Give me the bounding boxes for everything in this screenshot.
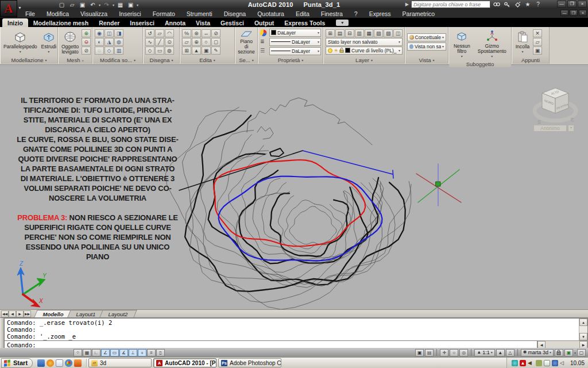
tool-icon[interactable]: ◍ [114,38,123,46]
menu-visualizza[interactable]: Visualizza [75,10,113,17]
contour-minor[interactable] [262,191,351,260]
app-shortcut-icon[interactable] [74,359,82,367]
tab-first-icon[interactable]: ◀◀ [1,310,9,317]
panel-title-vista[interactable]: Vista▾ [405,56,448,64]
show-desktop-icon[interactable] [37,359,45,367]
menu-parametrico[interactable]: Parametrico [397,10,441,17]
erase-tool-icon[interactable]: % [182,29,191,37]
lwt-toggle[interactable]: ≡ [147,349,156,356]
viewcube-cube[interactable]: ALTO NORD DESTRA [542,88,568,113]
command-history[interactable]: Comando: _.erase trovato(i) 2 Comando: C… [4,318,588,340]
menu-edita[interactable]: Edita [290,10,315,17]
communication-center-icon[interactable] [513,1,521,8]
panel-title-layer[interactable]: Layer▾ [324,56,404,64]
copy-clip-icon[interactable]: ▱ [533,38,542,46]
layer-thaw-sun-icon[interactable]: ☀ [334,48,338,53]
panel-title-edita[interactable]: Edita▾ [180,56,234,64]
array-tool-icon[interactable]: ⊞ [182,47,191,55]
layer-on-bulb-icon[interactable] [328,48,332,53]
snap-toggle[interactable]: ⁘ [74,349,82,356]
compass-south-label[interactable]: S [537,119,541,125]
annotation-auto-icon[interactable]: △ [506,349,514,356]
section-line-tick[interactable] [393,170,393,178]
grid-toggle[interactable]: ▦ [83,349,91,356]
layout-button[interactable]: ▤ [425,349,434,356]
layer-unlock-icon[interactable]: ◫ [393,29,403,37]
ortho-toggle[interactable]: ∟ [92,349,100,356]
menu-disegna[interactable]: Disegna [218,10,252,17]
tab-modello[interactable]: Modello [34,310,72,317]
menu-help[interactable]: ? [349,10,363,17]
mesh-remove-icon[interactable]: ⊖ [82,38,91,46]
annotation-scale-dropdown[interactable]: ▲ 1:1 ▾ [474,349,494,356]
search-binoculars-icon[interactable] [493,1,501,8]
tool-icon[interactable]: ◮ [105,38,114,46]
polygon-tool-icon[interactable]: ◇ [145,47,154,55]
performance-icon[interactable]: ▣ [564,349,573,356]
panel-title-modellazione[interactable]: Modellazione▾ [1,56,57,64]
view-name-label[interactable]: Anonimo [533,125,567,132]
tab-gestisci[interactable]: Gestisci [215,18,249,27]
lineweight-dropdown[interactable]: DaLayer ▾ [269,38,321,46]
gizmo-button[interactable]: Gizmo Spostamento ▾ [475,28,509,60]
taskbar-item-3d[interactable]: ▱ 3d [88,358,152,367]
tab-render[interactable]: Render [94,18,125,27]
section-plane-button[interactable]: Piano di sezione [237,28,256,55]
close-button[interactable]: × [578,1,587,7]
revision-tool-icon[interactable]: ▱ [155,29,164,37]
circle-mod-icon[interactable]: ○ [202,38,211,46]
dyn-toggle[interactable]: ＋ [138,349,146,356]
tab-output[interactable]: Output [249,18,279,27]
orbit-icon[interactable]: ◎ [459,349,468,356]
doc-close-button[interactable]: × [579,10,587,16]
plateau-outline[interactable] [247,98,372,145]
search-input[interactable] [411,1,490,8]
panel-title-disegna[interactable]: Disegna▾ [144,56,179,64]
tab-layout2[interactable]: Layout2 [99,310,137,317]
extrude-tool-button[interactable]: Estrudi ▾ [40,29,57,55]
copy-tool-icon[interactable]: ▱ [182,38,191,46]
taskbar-item-photoshop[interactable]: Ps Adobe Photoshop CS3 E... [218,358,281,367]
layer-freeze-icon[interactable]: ▦ [365,29,374,37]
drawing-canvas[interactable]: ZYX IL TERRITORIO E' FORMATO DA UNA STRA… [0,65,588,309]
contour-minor[interactable] [200,145,382,286]
view-options-icon[interactable]: ▾ [568,125,574,132]
paste-button[interactable]: Incolla ▾ [514,29,531,55]
tray-antivirus-icon[interactable]: ▲ [520,360,526,366]
command-grip[interactable] [0,318,4,348]
trim-tool-icon[interactable]: ⊘ [211,29,220,37]
move-tool-icon[interactable]: ↔ [202,29,211,37]
layer-dropdown[interactable]: ☀ Curve di livello (PL)_ ▾ [326,47,403,55]
annotation-visibility-icon[interactable]: ▲ [496,349,505,356]
workspace-dropdown[interactable]: ✱ marta 3d ▾ [521,349,554,356]
tray-card-icon[interactable] [536,360,542,366]
infocenter-collapse-icon[interactable]: ▶ [405,2,409,7]
menu-strumenti[interactable]: Strumenti [181,10,218,17]
tab-express-tools[interactable]: Express Tools [279,18,330,27]
linetype-dropdown[interactable]: DaLayer ▾ [269,47,321,55]
menu-file[interactable]: File [20,10,41,17]
layer-match-icon[interactable]: ▤ [335,29,345,37]
qp-toggle[interactable]: ▯ [156,349,165,356]
command-vscrollbar[interactable]: ▲ ▼ [579,319,587,340]
status-menu-icon[interactable]: ▾ [574,351,576,355]
tool-icon[interactable]: ◫ [105,29,114,37]
scroll-up-icon[interactable]: ▲ [579,319,587,326]
subscription-key-icon[interactable] [503,1,511,8]
tool-icon[interactable]: ▥ [114,47,123,55]
tab-prev-icon[interactable]: ◀ [9,310,16,317]
object-color-dropdown[interactable]: DaLayer ▾ [269,29,321,37]
favorites-star-icon[interactable]: ★ [524,1,532,8]
line-tool-icon[interactable]: ╱ [155,38,164,46]
menu-finestra[interactable]: Finestra [315,10,349,17]
toolbar-lock-icon[interactable] [555,349,563,356]
menu-express[interactable]: Express [363,10,397,17]
box-tool-button[interactable]: Parallelepipedo ▾ [2,29,38,55]
plateau-detail[interactable] [257,126,273,139]
tool-icon[interactable]: ◨ [114,29,123,37]
restore-button[interactable]: ❐ [567,1,577,7]
autocad-logo[interactable]: A [0,0,17,17]
contour-major[interactable] [239,170,368,263]
cut-icon[interactable]: ✕ [533,29,542,37]
crosshair-pickbox[interactable] [436,182,440,186]
